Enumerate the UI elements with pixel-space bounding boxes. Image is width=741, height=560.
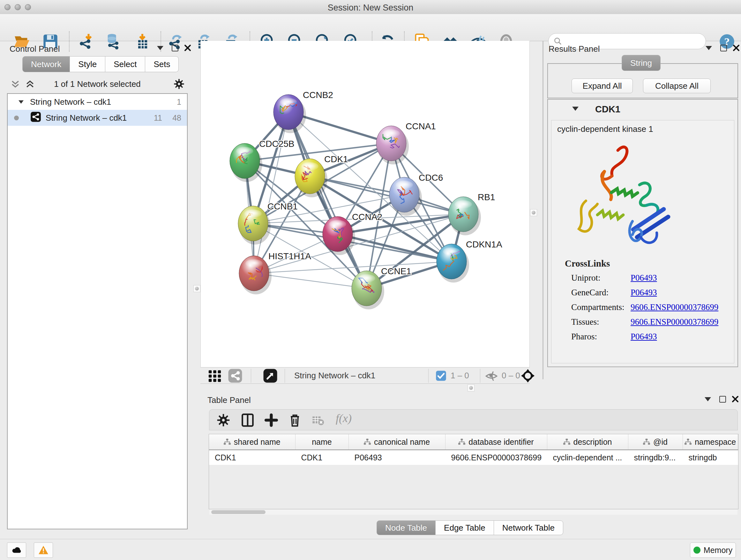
float-panel-icon[interactable] <box>172 45 179 51</box>
network-view-title: String Network – cdk1 <box>294 371 375 381</box>
entry-expand-icon[interactable] <box>572 107 579 111</box>
tab-network-table[interactable]: Network Table <box>494 520 563 535</box>
table-cell[interactable]: P06493 <box>348 450 445 465</box>
left-splitter-handle[interactable] <box>193 285 200 292</box>
grid-view-button[interactable] <box>207 368 222 383</box>
network-node-ccnb2[interactable]: CCNB2 <box>273 90 333 133</box>
tab-network[interactable]: Network <box>22 56 70 72</box>
close-panel-icon[interactable] <box>732 44 740 53</box>
table-horizontal-scrollbar[interactable] <box>209 509 738 515</box>
column-header[interactable]: name <box>295 434 348 450</box>
column-label: namespace <box>695 437 736 447</box>
float-panel-icon[interactable] <box>720 45 727 51</box>
table-settings-button[interactable] <box>216 413 230 427</box>
table-cell[interactable]: 9606.ENSP00000378699 <box>445 450 547 465</box>
network-row[interactable]: String Network – cdk1 11 48 <box>8 110 187 126</box>
node-label: CCNB1 <box>267 201 298 211</box>
column-type-icon <box>643 439 650 445</box>
node-label: CDKN1A <box>466 240 502 249</box>
warnings-button[interactable] <box>34 543 53 558</box>
control-panel-tabs: Network Style Select Sets <box>22 56 179 72</box>
birdseye-view-button[interactable] <box>263 368 278 383</box>
cloud-icon <box>11 545 22 556</box>
float-panel-icon[interactable] <box>719 396 726 402</box>
network-selection-row: 1 of 1 Network selected <box>7 76 188 92</box>
crosslink-link[interactable]: P06493 <box>630 288 657 298</box>
network-node-ccnb1[interactable]: CCNB1 <box>238 201 298 245</box>
memory-label: Memory <box>704 546 732 555</box>
node-label: CCNE1 <box>381 266 411 276</box>
crosslink-link[interactable]: P06493 <box>630 273 657 283</box>
panel-menu-icon[interactable] <box>705 46 712 50</box>
column-header[interactable]: @id <box>628 434 683 450</box>
table-cell[interactable]: cyclin-dependent ... <box>547 450 628 465</box>
column-header[interactable]: shared name <box>209 434 295 450</box>
table-row[interactable]: CDK1CDK1P064939606.ENSP00000378699cyclin… <box>209 450 738 465</box>
network-node-cdk1[interactable]: CDK1 <box>295 154 348 197</box>
network-node-cdc25b[interactable]: CDC25B <box>230 139 294 182</box>
scrollbar-thumb[interactable] <box>211 510 266 514</box>
crosslink-link[interactable]: 9606.ENSP00000378699 <box>630 302 718 312</box>
protein-structure-image <box>567 141 688 259</box>
network-canvas[interactable]: CCNB2CCNA1CDC25BCDK1CDC6RB1CCNB1CCNA2CDK… <box>200 41 530 367</box>
expand-all-button[interactable]: Expand All <box>571 78 633 93</box>
network-edge[interactable] <box>288 112 367 288</box>
column-header[interactable]: canonical name <box>348 434 445 450</box>
hidden-eye-icon[interactable] <box>485 370 498 382</box>
tab-string[interactable]: String <box>622 55 661 71</box>
close-panel-icon[interactable] <box>731 395 739 404</box>
selected-checkbox[interactable] <box>435 370 447 381</box>
collection-expand-icon[interactable] <box>18 100 24 104</box>
network-edge[interactable] <box>254 112 288 273</box>
close-panel-icon[interactable] <box>184 44 192 53</box>
crosslink-link[interactable]: P06493 <box>630 332 657 341</box>
collection-label: String Network – cdk1 <box>30 97 111 107</box>
network-view-mode-button[interactable] <box>228 368 243 383</box>
network-node-cdc6[interactable]: CDC6 <box>389 173 443 216</box>
tab-style[interactable]: Style <box>70 56 105 72</box>
network-node-ccne1[interactable]: CCNE1 <box>352 266 411 309</box>
network-node-rb1[interactable]: RB1 <box>448 192 495 235</box>
function-builder-button[interactable]: f(x) <box>336 412 352 425</box>
selected-count: 1 – 0 <box>451 371 469 381</box>
entry-name: CDK1 <box>595 104 620 115</box>
panel-menu-icon[interactable] <box>704 397 711 401</box>
warning-icon <box>38 545 49 556</box>
create-column-button[interactable] <box>264 413 278 427</box>
tab-edge-table[interactable]: Edge Table <box>435 520 494 535</box>
tab-select[interactable]: Select <box>105 56 145 72</box>
tab-node-table[interactable]: Node Table <box>377 520 435 535</box>
node-entry-header[interactable]: CDK1 <box>548 100 738 119</box>
node-label: CCNA1 <box>406 121 436 131</box>
table-cell[interactable]: CDK1 <box>209 450 295 465</box>
network-node-cdkn1a[interactable]: CDKN1A <box>436 240 502 283</box>
cloud-status-button[interactable] <box>7 543 26 558</box>
table-cell[interactable]: CDK1 <box>295 450 348 465</box>
memory-button[interactable]: Memory <box>690 543 736 558</box>
crosslinks-title: CrossLinks <box>565 258 610 269</box>
table-cell[interactable]: stringdb <box>683 450 738 465</box>
import-table-button[interactable] <box>134 33 151 50</box>
column-type-icon <box>458 439 465 445</box>
collapse-all-button[interactable]: Collapse All <box>643 78 711 93</box>
panel-menu-icon[interactable] <box>157 46 163 50</box>
table-cell[interactable]: stringdb:9... <box>628 450 683 465</box>
right-splitter-handle[interactable] <box>530 209 537 216</box>
show-columns-button[interactable] <box>241 413 255 427</box>
crosslink-link[interactable]: 9606.ENSP00000378699 <box>630 317 718 327</box>
tab-sets[interactable]: Sets <box>145 56 179 72</box>
network-node-hist1h1a[interactable]: HIST1H1A <box>239 251 311 294</box>
fit-content-button[interactable] <box>520 368 536 383</box>
main-toolbar: ? <box>0 14 741 41</box>
import-database-button[interactable] <box>105 33 122 50</box>
gear-icon[interactable] <box>174 78 185 91</box>
network-collection-row[interactable]: String Network – cdk1 1 <box>8 94 187 110</box>
column-header[interactable]: namespace <box>683 434 738 450</box>
delete-column-button[interactable] <box>288 413 302 427</box>
column-header[interactable]: database identifier <box>445 434 547 450</box>
delete-table-button[interactable] <box>312 413 324 427</box>
column-header[interactable]: description <box>547 434 628 450</box>
import-network-button[interactable] <box>78 33 95 50</box>
column-type-icon <box>563 439 570 445</box>
bottom-splitter-handle[interactable] <box>468 384 475 391</box>
